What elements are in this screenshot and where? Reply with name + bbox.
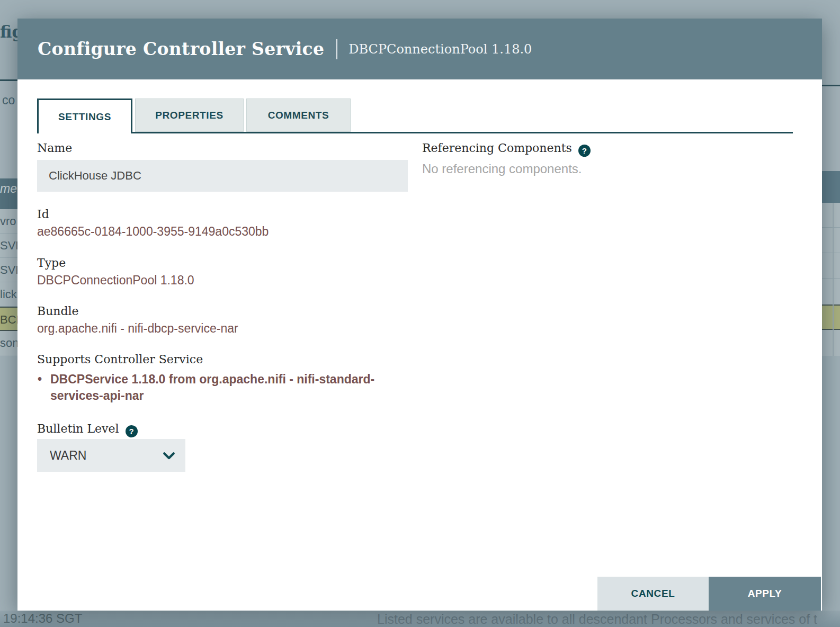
background-heading-fragment: fig [0,22,17,41]
dialog-title: Configure Controller Service [38,39,324,59]
table-row-selected [822,304,840,330]
supports-controller-service-label: Supports Controller Service [37,353,203,366]
id-label: Id [37,208,49,221]
row-separator [822,227,840,228]
title-separator [336,39,337,59]
status-timestamp: 19:14:36 SGT [3,611,82,626]
bulletin-level-select[interactable]: WARN [37,439,185,472]
background-left-strip: fig co me vro SVR SVR lick BCP son [0,0,17,627]
column-separator [833,203,834,356]
tabs-underline [37,132,793,133]
name-label: Name [37,141,72,155]
bulletin-level-label-text: Bulletin Level [37,422,119,435]
id-value: ae86665c-0184-1000-3955-9149a0c530bb [37,225,269,239]
chevron-down-icon [161,447,177,463]
referencing-components-label: Referencing Components? [422,141,591,157]
type-label: Type [37,256,66,270]
apply-button[interactable]: APPLY [709,577,821,611]
row-separator [822,278,840,279]
configure-controller-service-dialog: Configure Controller Service DBCPConnect… [17,19,822,611]
tab-properties[interactable]: PROPERTIES [135,98,244,132]
help-icon[interactable]: ? [578,145,591,157]
background-table-header [822,171,840,203]
bundle-label: Bundle [37,304,79,318]
tab-bar: SETTINGS PROPERTIES COMMENTS [37,98,353,132]
dialog-subtitle: DBCPConnectionPool 1.18.0 [348,42,532,57]
background-fill [0,356,17,611]
referencing-components-empty-text: No referencing components. [422,162,582,176]
status-bar: 19:14:36 SGT Listed services are availab… [0,611,840,627]
background-right-strip [822,0,840,627]
table-row-selected: BCP [0,307,17,331]
background-table-rows [822,203,840,356]
background-tab-fragment: co [2,93,15,108]
type-value: DBCPConnectionPool 1.18.0 [37,273,194,288]
table-row: SVR [0,234,17,258]
bundle-value: org.apache.nifi - nifi-dbcp-service-nar [37,321,238,336]
background-table-rows: vro SVR SVR lick BCP son [0,209,17,356]
bulletin-level-label: Bulletin Level? [37,422,138,437]
background-band [822,86,840,171]
row-separator [822,253,840,253]
bulletin-level-value: WARN [37,449,161,463]
background-table-header-fragment: me [0,182,17,196]
table-row: SVR [0,258,17,282]
table-row: lick [0,282,17,307]
cancel-button[interactable]: CANCEL [597,577,709,611]
help-icon[interactable]: ? [126,425,138,437]
tab-settings[interactable]: SETTINGS [37,98,132,133]
table-row: vro [0,209,17,234]
status-message: Listed services are available to all des… [377,612,817,627]
supported-service-item: DBCPService 1.18.0 from org.apache.nifi … [50,371,400,404]
tab-comments[interactable]: COMMENTS [246,98,351,132]
name-input[interactable] [37,160,408,192]
table-row: son [0,331,17,355]
referencing-components-label-text: Referencing Components [422,141,572,155]
dialog-header: Configure Controller Service DBCPConnect… [17,19,822,79]
